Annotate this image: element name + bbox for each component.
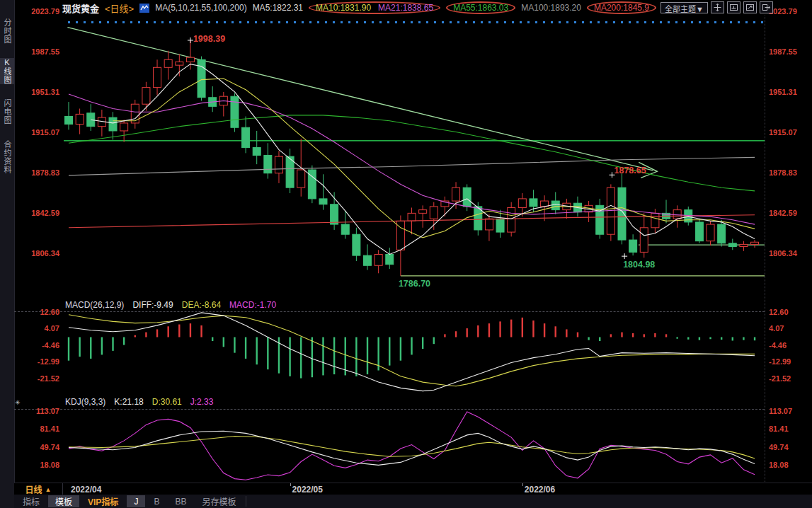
ma-settings-label: MA(5,10,21,55,100,200) [155, 3, 246, 13]
kdj-axis-label: 113.07 [18, 407, 59, 415]
price-axis-label: 1842.59 [769, 209, 797, 217]
macd-histogram-bar [510, 320, 512, 337]
kdj-axis-label: 18.08 [18, 461, 59, 469]
ma100-value: MA100:1893.20 [521, 3, 581, 13]
candle-body [740, 244, 748, 246]
macd-histogram-bar [610, 334, 612, 337]
annotation-label: 1878.65 [614, 166, 646, 175]
candle-body [718, 224, 726, 243]
kdj-j-value: J:2.33 [190, 397, 214, 407]
ma5-value: MA5:1822.31 [253, 3, 303, 13]
candle-body [408, 213, 416, 221]
date-tick [522, 483, 523, 486]
macd-histogram-bar [355, 337, 357, 376]
chart-toolbar: 全部主题▼ [661, 1, 773, 13]
kdj-axis-label: 81.41 [769, 425, 789, 433]
tab-save-template[interactable]: 另存模板 [195, 495, 243, 507]
candle-body [629, 240, 637, 252]
tab-indicators[interactable]: 指标 [16, 495, 47, 507]
macd-histogram-bar [699, 337, 700, 340]
macd-histogram-bar [709, 337, 711, 340]
macd-axis-label: 4.07 [769, 324, 784, 333]
candle-body [508, 207, 515, 232]
price-mark-cross-icon [188, 37, 193, 43]
candle-body [452, 187, 460, 201]
macd-histogram-bar [311, 337, 313, 378]
annotation-label: 1786.70 [399, 279, 430, 289]
macd-histogram-bar [477, 325, 479, 337]
pop-out-icon[interactable] [760, 1, 773, 13]
symbol-name[interactable]: 现货黄金 [62, 1, 99, 15]
pane-layout-icon[interactable] [743, 1, 757, 13]
annotation-label: 1804.98 [623, 260, 655, 270]
split-pane-icon[interactable] [727, 1, 740, 13]
date-label: 2022/06 [525, 485, 555, 495]
candle-body [551, 201, 559, 210]
price-axis-label: 1806.34 [18, 249, 59, 258]
macd-axis-label: -21.52 [18, 374, 59, 383]
macd-title: MACD(26,12,9) [65, 300, 124, 310]
macd-panel-separator [14, 311, 765, 312]
macd-histogram-bar [654, 333, 656, 337]
macd-histogram-bar [532, 321, 534, 337]
macd-histogram-bar [112, 337, 113, 351]
macd-histogram-bar [300, 337, 302, 379]
period-indicator[interactable]: <日线> [105, 1, 134, 15]
macd-histogram-bar [577, 333, 578, 337]
macd-axis-label: -4.46 [18, 341, 59, 350]
candle-body [65, 117, 73, 125]
macd-histogram-bar [422, 337, 423, 350]
macd-dea-value: DEA:-8.64 [182, 300, 221, 310]
tab-b[interactable]: B [147, 495, 166, 507]
candle-body [154, 67, 161, 87]
candle-body [695, 222, 703, 241]
kdj-axis-label: 18.08 [769, 461, 789, 469]
macd-histogram-bar [267, 337, 268, 370]
macd-panel-header: MACD(26,12,9) DIFF:-9.49 DEA:-8.64 MACD:… [65, 300, 276, 310]
chart-canvas[interactable]: 1998.391878.651804.981786.70 [0, 0, 812, 508]
candle-body [353, 234, 360, 255]
kline-icon[interactable] [139, 4, 149, 13]
annotation-ellipse-ma55: MA55:1863.03 [446, 1, 515, 14]
candle-body [242, 127, 250, 147]
candle-body [198, 59, 205, 97]
ma10-value: MA10:1831.90 [316, 3, 371, 13]
macd-histogram-bar [455, 331, 457, 337]
annotation-label: 1998.39 [193, 34, 225, 44]
date-label: 2022/04 [71, 485, 101, 495]
candle-body [253, 148, 261, 156]
macd-histogram-bar [687, 337, 689, 340]
tab-templates[interactable]: 模板 [48, 495, 79, 507]
macd-histogram-bar [389, 337, 390, 366]
macd-histogram-bar [488, 323, 490, 337]
macd-histogram-bar [79, 337, 80, 357]
tab-vip-indicators[interactable]: VIP指标 [81, 495, 125, 507]
date-label: 2022/05 [292, 485, 323, 495]
macd-histogram-bar [322, 337, 324, 376]
tab-j[interactable]: J [127, 495, 145, 507]
tab-bb[interactable]: BB [168, 495, 193, 507]
macd-histogram-bar [101, 337, 103, 355]
candle-body [728, 243, 736, 247]
candle-body [496, 219, 504, 232]
macd-histogram-bar [665, 334, 667, 337]
kdj-panel-separator [14, 409, 765, 410]
indicator-marker-icon[interactable]: ✳ [15, 399, 21, 406]
macd-histogram-bar [444, 334, 445, 337]
crosshair-icon[interactable] [711, 1, 724, 13]
kdj-title: KDJ(9,3,3) [65, 397, 105, 407]
candle-body [640, 228, 648, 253]
timeframe-selector[interactable]: 日线 ▲ [14, 483, 63, 495]
macd-axis-label: 12.60 [769, 308, 789, 316]
kdj-k-line [69, 431, 755, 465]
ma55-value: MA55:1863.03 [453, 3, 508, 13]
candle-body [430, 207, 438, 219]
ma-line-ma100 [69, 157, 755, 175]
date-tick [290, 483, 291, 486]
macd-histogram-bar [178, 325, 180, 337]
chart-header: 现货黄金 <日线> MA(5,10,21,55,100,200) MA5:182… [62, 1, 656, 14]
macd-histogram-bar [234, 337, 235, 353]
candle-body [297, 170, 305, 187]
candle-body [463, 187, 471, 207]
theme-selector-button[interactable]: 全部主题▼ [661, 2, 708, 13]
